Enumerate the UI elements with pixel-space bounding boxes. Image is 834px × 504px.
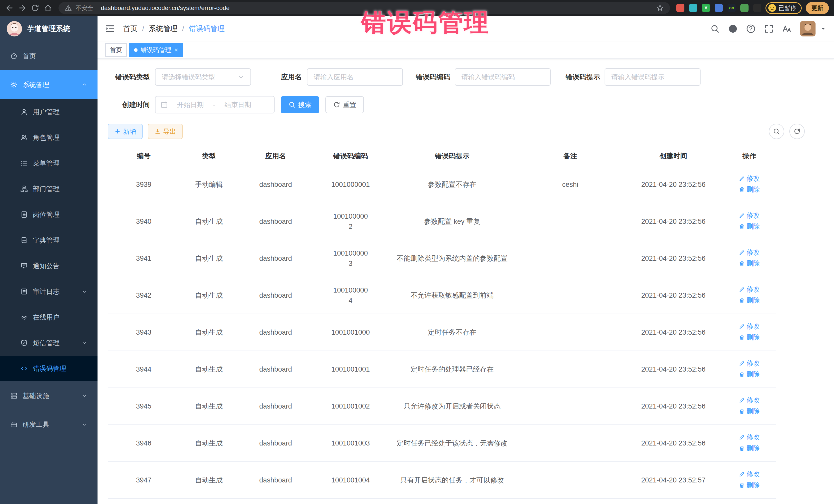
sidebar-item-user-management[interactable]: 用户管理 <box>0 99 97 125</box>
start-date-input[interactable] <box>171 101 210 109</box>
back-icon[interactable] <box>5 4 14 12</box>
delete-link[interactable]: 删除 <box>739 480 760 490</box>
search-icon[interactable] <box>710 24 720 34</box>
extension-dark-on-icon[interactable]: on <box>727 4 736 12</box>
logo-area[interactable]: 芋道管理系统 <box>0 16 97 42</box>
profile-paused-badge[interactable]: 已暂停 <box>766 2 802 14</box>
font-size-icon[interactable] <box>782 24 791 34</box>
search-button[interactable]: 搜索 <box>281 96 319 113</box>
delete-link[interactable]: 删除 <box>739 369 760 379</box>
sidebar-item-role-management[interactable]: 角色管理 <box>0 125 97 150</box>
date-range-picker[interactable]: - <box>155 96 275 113</box>
sidebar-item-audit-log[interactable]: 审计日志 <box>0 279 97 304</box>
edit-link[interactable]: 修改 <box>739 469 760 479</box>
extension-teal-icon[interactable] <box>689 4 697 12</box>
edit-link[interactable]: 修改 <box>739 211 760 220</box>
cell-time: 2021-04-20 23:52:56 <box>624 277 723 314</box>
error-code-table: 编号类型应用名错误码编码错误码提示备注创建时间操作 3939手动编辑dashbo… <box>108 146 776 504</box>
table-row: 3944自动生成dashboard1001001001定时任务的处理器已经存在2… <box>108 351 776 388</box>
edit-icon <box>739 471 745 477</box>
app-window: 芋道管理系统 首页系统管理用户管理角色管理菜单管理部门管理岗位管理字典管理通知公… <box>0 16 834 504</box>
column-header: 应用名 <box>238 146 313 166</box>
delete-link[interactable]: 删除 <box>739 258 760 268</box>
bookmark-star-icon[interactable] <box>656 4 664 12</box>
sidebar: 芋道管理系统 首页系统管理用户管理角色管理菜单管理部门管理岗位管理字典管理通知公… <box>0 16 97 504</box>
table-row: 3948自动生成dashboard1001001005CRON 表达式不正确20… <box>108 499 776 504</box>
extension-blue-grid-icon[interactable] <box>715 4 723 12</box>
app-label: 应用名 <box>265 72 307 82</box>
delete-link[interactable]: 删除 <box>739 406 760 416</box>
edit-link[interactable]: 修改 <box>739 395 760 405</box>
delete-link[interactable]: 删除 <box>739 295 760 305</box>
sidebar-item-label: 研发工具 <box>23 420 49 429</box>
app-input[interactable] <box>307 68 403 86</box>
dept-icon <box>21 185 28 193</box>
delete-link[interactable]: 删除 <box>739 332 760 342</box>
home-icon[interactable] <box>44 4 52 12</box>
extension-leaf-icon[interactable] <box>740 4 749 12</box>
reload-icon[interactable] <box>31 4 40 12</box>
sidebar-item-dict-management[interactable]: 字典管理 <box>0 227 97 253</box>
close-icon[interactable]: × <box>175 47 178 53</box>
extension-green-check-icon[interactable]: V <box>702 4 710 12</box>
address-bar[interactable]: 不安全 dashboard.yudao.iocoder.cn/system/er… <box>59 2 670 14</box>
sidebar-item-dept-management[interactable]: 部门管理 <box>0 176 97 202</box>
breadcrumb-system[interactable]: 系统管理 <box>149 24 178 34</box>
filter-app: 应用名 <box>265 68 403 86</box>
browser-update-button[interactable]: 更新 <box>806 2 829 14</box>
tab-home[interactable]: 首页 <box>105 43 127 57</box>
cell-remark <box>516 277 624 314</box>
sidebar-item-menu-management[interactable]: 菜单管理 <box>0 150 97 176</box>
code-input[interactable] <box>455 68 551 86</box>
sms-icon <box>21 339 28 346</box>
sidebar-item-label: 角色管理 <box>33 133 60 142</box>
edit-link[interactable]: 修改 <box>739 174 760 183</box>
cell-app: dashboard <box>238 499 313 504</box>
edit-link[interactable]: 修改 <box>739 358 760 368</box>
sidebar-item-online-user[interactable]: 在线用户 <box>0 304 97 330</box>
sidebar-item-error-code-management[interactable]: 错误码管理 <box>0 356 97 381</box>
hamburger-icon[interactable] <box>105 24 115 34</box>
delete-link[interactable]: 删除 <box>739 184 760 195</box>
sidebar-item-system-management[interactable]: 系统管理 <box>0 70 97 99</box>
sidebar-item-home[interactable]: 首页 <box>0 42 97 70</box>
delete-link[interactable]: 删除 <box>739 221 760 232</box>
sidebar-item-notice[interactable]: 通知公告 <box>0 253 97 279</box>
filter-type: 错误码类型 请选择错误码类型 <box>108 68 251 86</box>
help-icon[interactable] <box>746 24 755 34</box>
extension-pin-icon[interactable] <box>753 4 761 12</box>
sidebar-item-post-management[interactable]: 岗位管理 <box>0 202 97 227</box>
cell-app: dashboard <box>238 240 313 277</box>
top-navbar: 首页 / 系统管理 / 错误码管理 <box>97 16 834 42</box>
sidebar-item-sms-management[interactable]: 短信管理 <box>0 330 97 356</box>
user-avatar[interactable] <box>800 21 815 37</box>
delete-link[interactable]: 删除 <box>739 443 760 453</box>
end-date-input[interactable] <box>218 101 257 109</box>
trash-icon <box>739 223 745 230</box>
breadcrumb-separator: / <box>142 25 144 33</box>
sidebar-item-dev-tools[interactable]: 研发工具 <box>0 410 97 439</box>
hint-input[interactable] <box>605 68 701 86</box>
reset-button[interactable]: 重置 <box>325 96 364 113</box>
fullscreen-icon[interactable] <box>764 24 773 34</box>
dict-icon <box>21 237 28 244</box>
tab-error-code[interactable]: 错误码管理 × <box>129 43 183 57</box>
github-icon[interactable] <box>728 24 738 34</box>
toggle-search-button[interactable] <box>769 124 784 139</box>
edit-link[interactable]: 修改 <box>739 432 760 442</box>
refresh-table-button[interactable] <box>789 124 805 139</box>
forward-icon[interactable] <box>18 4 27 12</box>
export-button[interactable]: 导出 <box>148 124 183 139</box>
edit-link[interactable]: 修改 <box>739 321 760 331</box>
extension-red-icon[interactable] <box>676 4 684 12</box>
type-select[interactable]: 请选择错误码类型 <box>155 68 251 86</box>
edit-link[interactable]: 修改 <box>739 284 760 294</box>
chevron-down-icon <box>82 340 87 346</box>
sidebar-item-infrastructure[interactable]: 基础设施 <box>0 381 97 410</box>
caret-down-icon[interactable] <box>820 26 826 32</box>
code-label: 错误码编码 <box>416 72 455 82</box>
breadcrumb-home[interactable]: 首页 <box>123 24 137 34</box>
edit-link[interactable]: 修改 <box>739 247 760 257</box>
cell-type: 自动生成 <box>180 388 238 425</box>
add-button[interactable]: 新增 <box>108 124 143 139</box>
